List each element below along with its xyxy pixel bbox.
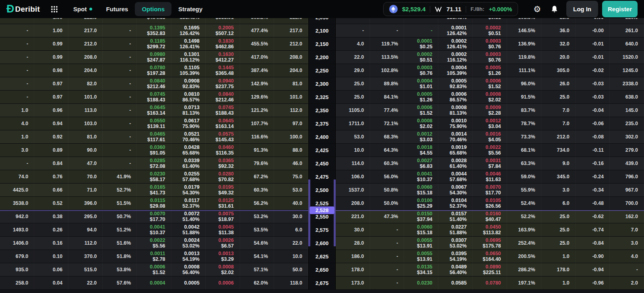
put-mark-cell[interactable]: 0.000686.57%: [438, 91, 473, 103]
call-ask-cell[interactable]: 0.0195$49.32: [206, 184, 240, 196]
call-mark-cell[interactable]: 0.052170.46%: [171, 130, 206, 143]
put-mark-cell[interactable]: 0.001965.68%: [438, 144, 473, 157]
put-bid-cell[interactable]: 0.0001$0.25: [404, 37, 438, 50]
call-bid-cell[interactable]: 0.0645$163.14: [137, 104, 171, 117]
put-ask-cell[interactable]: 0.0006$1.52: [473, 77, 507, 90]
call-ask-cell[interactable]: 0.1830$462.86: [206, 37, 240, 50]
put-ask-cell[interactable]: 0.0105$26.56: [473, 197, 507, 210]
put-bid-cell[interactable]: 0.0008$2.02: [404, 117, 438, 130]
put-bid-cell[interactable]: 0.0005$1.26: [404, 91, 438, 103]
call-mark-cell[interactable]: 0.090892.83%: [171, 77, 206, 90]
put-bid-cell[interactable]: -: [404, 24, 438, 37]
call-mark-cell[interactable]: 0.042865.68%: [171, 144, 206, 157]
put-mark-cell[interactable]: 0.030753.02%: [438, 237, 473, 250]
put-ask-cell[interactable]: 0.0003$0.76: [473, 37, 507, 50]
call-bid-cell[interactable]: 0.0840$212.46: [137, 77, 171, 90]
chain-row-2450[interactable]: -0.8447.0-0.0285$72.080.033961.40%0.0365…: [0, 157, 644, 170]
put-ask-cell[interactable]: 0.0031$7.84: [473, 157, 507, 170]
put-ask-cell[interactable]: 0.0890$225.11: [473, 263, 507, 276]
call-mark-cell[interactable]: 0.033961.40%: [171, 157, 206, 170]
put-bid-cell[interactable]: 0.0041$10.37: [404, 170, 438, 183]
call-bid-cell[interactable]: 0.0022$5.56: [137, 237, 171, 250]
chain-row-2500[interactable]: 4425.00.6671.052.7%0.0165$41.730.017954.…: [0, 184, 644, 197]
call-mark-cell[interactable]: 0.002453.02%: [171, 237, 206, 250]
put-bid-cell[interactable]: 0.0135$34.15: [404, 263, 438, 276]
put-bid-cell[interactable]: 0.0006$1.52: [404, 104, 438, 117]
chain-row-2625[interactable]: 679.00.10370.051.8%0.0011$2.780.001354.1…: [0, 250, 644, 263]
call-mark-cell[interactable]: 0.1498126.41%: [171, 37, 206, 50]
put-bid-cell[interactable]: 0.0230: [404, 276, 438, 289]
call-mark-cell[interactable]: 0.007251.40%: [171, 210, 206, 223]
call-bid-cell[interactable]: 0.0285$72.08: [137, 157, 171, 170]
put-mark-cell[interactable]: 0.015751.40%: [438, 210, 473, 223]
put-ask-cell[interactable]: 0.0012$3.04: [473, 117, 507, 130]
call-bid-cell[interactable]: 0.0360$91.05: [137, 144, 171, 157]
put-ask-cell[interactable]: 0.0022$5.56: [473, 144, 507, 157]
call-mark-cell[interactable]: 0.000856.40%: [171, 263, 206, 276]
put-ask-cell[interactable]: 0.0780: [473, 276, 507, 289]
chain-row-2050[interactable]: -1.00222.0-$404.68135.48%$553.91303.2%22…: [0, 18, 644, 24]
call-bid-cell[interactable]: 0.0165$41.73: [137, 184, 171, 196]
put-mark-cell[interactable]: 0.006754.30%: [438, 184, 473, 196]
put-bid-cell[interactable]: 0.0002$0.51: [404, 51, 438, 64]
chain-row-2375[interactable]: 4.00.94103.0-0.0550$139.110.061775.90%0.…: [0, 117, 644, 130]
put-ask-cell[interactable]: 0.0016$4.05: [473, 130, 507, 143]
call-bid-cell[interactable]: 0.1395$352.83: [137, 24, 171, 37]
put-ask-cell[interactable]: 0.0695$175.78: [473, 237, 507, 250]
put-ask-cell[interactable]: 0.0008$2.02: [473, 91, 507, 103]
call-bid-cell[interactable]: 0.0041$10.37: [137, 223, 171, 236]
put-bid-cell[interactable]: 0.0018$4.55: [404, 144, 438, 157]
apps-grid-icon[interactable]: [50, 5, 58, 13]
nav-item-futures[interactable]: Futures: [99, 2, 135, 16]
put-mark-cell[interactable]: 0.004457.68%: [438, 170, 473, 183]
call-ask-cell[interactable]: 0.0460$116.35: [206, 144, 240, 157]
call-mark-cell[interactable]: 0.081086.57%: [171, 91, 206, 103]
call-mark-cell[interactable]: 0.1105105.39%: [171, 64, 206, 77]
put-bid-cell[interactable]: 0.0150$37.94: [404, 210, 438, 223]
put-bid-cell[interactable]: 0.0012$3.03: [404, 130, 438, 143]
put-ask-cell[interactable]: 0.0450$113.82: [473, 223, 507, 236]
nav-item-spot[interactable]: Spot: [66, 2, 99, 16]
put-mark-cell[interactable]: 0.0585: [438, 276, 473, 289]
call-ask-cell[interactable]: 0.0045$11.38: [206, 223, 240, 236]
chain-row-2325[interactable]: -0.97101.0-0.0745$188.430.081086.57%0.08…: [0, 91, 644, 104]
chain-row-2350[interactable]: 1.00.96113.0-0.0645$163.140.071381.13%0.…: [0, 104, 644, 117]
chain-row-2300[interactable]: -0.9782.0-0.0840$212.460.090892.83%0.094…: [0, 77, 644, 91]
call-bid-cell[interactable]: 0.0004: [137, 276, 171, 289]
call-ask-cell[interactable]: 0.0365$92.32: [206, 157, 240, 170]
put-mark-cell[interactable]: 0.000881.13%: [438, 104, 473, 117]
call-mark-cell[interactable]: 0.061775.90%: [171, 117, 206, 130]
put-ask-cell[interactable]: $0.51: [473, 18, 507, 24]
put-mark-cell[interactable]: 0.002861.40%: [438, 157, 473, 170]
nav-item-strategy[interactable]: Strategy: [171, 2, 209, 16]
call-ask-cell[interactable]: $553.91: [206, 18, 240, 24]
put-mark-cell[interactable]: 135.48%: [438, 18, 473, 24]
call-ask-cell[interactable]: 0.0575$145.43: [206, 130, 240, 143]
put-bid-cell[interactable]: 0.0027$6.83: [404, 157, 438, 170]
call-bid-cell[interactable]: 0.0550$139.11: [137, 117, 171, 130]
call-ask-cell[interactable]: 0.2005$507.12: [206, 24, 240, 37]
put-ask-cell[interactable]: 0.0046$11.63: [473, 170, 507, 183]
call-mark-cell[interactable]: 0.1695126.42%: [171, 24, 206, 37]
put-ask-cell[interactable]: 0.0005$1.26: [473, 64, 507, 77]
call-ask-cell[interactable]: 0.0075$18.97: [206, 210, 240, 223]
call-ask-cell[interactable]: 0.1630$412.27: [206, 51, 240, 64]
put-bid-cell[interactable]: 0.0100$25.29: [404, 197, 438, 210]
call-mark-cell[interactable]: 135.48%: [171, 18, 206, 24]
put-bid-cell[interactable]: 0.0060$15.18: [404, 223, 438, 236]
put-mark-cell[interactable]: 0.001470.46%: [438, 130, 473, 143]
call-bid-cell[interactable]: 0.0006$1.52: [137, 263, 171, 276]
deribit-logo[interactable]: Đ Deribit: [6, 4, 40, 14]
call-ask-cell[interactable]: 0.0745$188.43: [206, 104, 240, 117]
put-mark-cell[interactable]: 0.0002116.12%: [438, 51, 473, 64]
call-bid-cell[interactable]: 0.0745$188.43: [137, 91, 171, 103]
put-ask-cell[interactable]: 0.0002$0.51: [473, 24, 507, 37]
put-mark-cell[interactable]: 0.001075.90%: [438, 117, 473, 130]
put-bid-cell[interactable]: -: [404, 18, 438, 24]
call-ask-cell[interactable]: 0.0008$2.02: [206, 263, 240, 276]
put-mark-cell[interactable]: 0.000592.83%: [438, 77, 473, 90]
call-ask-cell[interactable]: 0.0026$6.57: [206, 237, 240, 250]
chain-row-2675[interactable]: 258.00.0422.057.6%0.00040.00050.000662.0…: [0, 276, 644, 290]
call-bid-cell[interactable]: 0.0230$58.17: [137, 170, 171, 183]
call-bid-cell[interactable]: 0.0011$2.78: [137, 250, 171, 263]
